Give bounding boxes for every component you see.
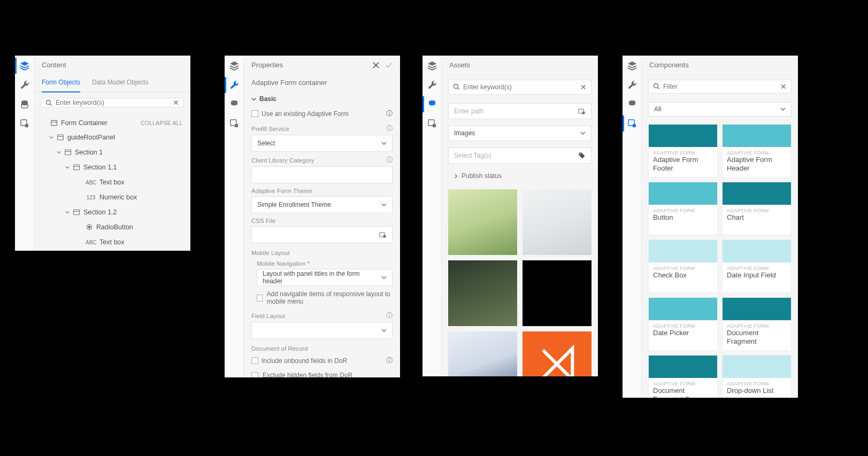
clientlib-input[interactable] — [251, 166, 393, 183]
collapse-all-button[interactable]: COLLAPSE ALL — [141, 120, 183, 126]
data-icon[interactable] — [427, 99, 437, 109]
component-group-select[interactable]: All — [648, 102, 792, 117]
search-input[interactable] — [56, 99, 170, 106]
tree-row[interactable]: ABC Text box — [34, 175, 190, 190]
layers-icon[interactable] — [427, 61, 437, 71]
mobile-nav-select[interactable]: Layout with panel titles in the form hea… — [257, 269, 393, 286]
fieldlayout-select[interactable] — [251, 322, 393, 339]
checkbox-add-nav[interactable]: Add navigable items of responsive layout… — [257, 287, 393, 308]
component-card[interactable]: ADAPTIVE FORMButton — [648, 182, 718, 235]
component-card[interactable]: ADAPTIVE FORMCheck Box — [648, 239, 718, 293]
svg-rect-2 — [25, 124, 28, 127]
asset-grid — [448, 185, 592, 376]
asset-thumb[interactable] — [448, 189, 517, 255]
publish-status[interactable]: Publish status — [448, 170, 592, 182]
info-icon[interactable]: ⓘ — [386, 312, 393, 320]
tab-data-model[interactable]: Data Model Objects — [92, 74, 148, 92]
info-icon[interactable]: ⓘ — [386, 356, 393, 365]
chevron-down-icon — [381, 328, 387, 333]
search-icon — [653, 83, 660, 90]
tree-row[interactable]: Section 1.1 — [34, 160, 190, 175]
component-card[interactable]: ADAPTIVE FORMAdaptive Form Header — [722, 124, 792, 177]
svg-rect-19 — [235, 124, 238, 127]
layers-icon[interactable] — [20, 61, 29, 71]
path-input[interactable]: Enter path — [448, 103, 592, 119]
cssfile-input[interactable] — [251, 226, 393, 243]
component-kicker: ADAPTIVE FORM — [653, 208, 713, 213]
browse-icon[interactable] — [578, 107, 586, 115]
asset-thumb[interactable] — [523, 260, 592, 326]
component-grid: ADAPTIVE FORMAdaptive Form FooterADAPTIV… — [648, 120, 792, 398]
component-card[interactable]: ADAPTIVE FORMDate Input Field — [722, 239, 792, 293]
rail — [423, 56, 442, 376]
data-icon[interactable] — [20, 99, 29, 109]
assets-search[interactable]: ✕ — [448, 80, 592, 95]
data-icon[interactable] — [229, 99, 239, 109]
panel-title: Properties — [251, 61, 283, 69]
tag-icon[interactable] — [578, 152, 586, 159]
tree-row[interactable]: ABC Text box — [34, 235, 190, 250]
confirm-icon[interactable] — [385, 61, 393, 69]
tree-row[interactable]: 123 Numeric box — [34, 190, 190, 205]
panel-icon — [73, 164, 80, 171]
add-panel-icon[interactable] — [20, 119, 29, 128]
tree-row[interactable]: guideRootPanel — [34, 130, 190, 145]
asset-thumb[interactable] — [523, 331, 592, 376]
content-search[interactable]: ✕ — [41, 98, 184, 107]
tree-row[interactable]: Section 1 — [34, 145, 190, 160]
checkbox-dor-unbound[interactable]: Include unbound fields in DoR ⓘ — [251, 353, 393, 368]
section-label: Mobile Layout — [251, 244, 393, 257]
checkbox-dor-hidden[interactable]: Exclude hidden fields from DoR — [251, 368, 393, 377]
add-panel-icon[interactable] — [627, 119, 637, 128]
add-panel-icon[interactable] — [229, 119, 239, 128]
chevron-down-icon — [381, 141, 387, 146]
tree-row[interactable]: Section 1.2 — [34, 205, 190, 220]
wrench-icon[interactable] — [427, 80, 437, 90]
properties-body[interactable]: Adaptive Form container Basic Use an exi… — [244, 74, 400, 377]
tree-root-label[interactable]: Form Container — [61, 119, 107, 127]
theme-select[interactable]: Simple Enrollment Theme — [251, 196, 393, 213]
layers-icon[interactable] — [229, 61, 239, 71]
wrench-icon[interactable] — [229, 80, 239, 90]
accordion-basic[interactable]: Basic — [251, 92, 393, 106]
field-label: Adaptive Form Theme — [251, 188, 312, 194]
clear-icon[interactable]: ✕ — [580, 83, 587, 91]
layers-icon[interactable] — [627, 61, 637, 71]
info-icon[interactable]: ⓘ — [386, 156, 393, 164]
close-icon[interactable] — [372, 61, 380, 69]
asset-thumb[interactable] — [448, 260, 517, 326]
chevron-down-icon — [49, 135, 53, 140]
browse-icon[interactable] — [379, 231, 387, 238]
chevron-down-icon — [57, 150, 61, 154]
radio-icon — [86, 223, 93, 231]
component-card[interactable]: ADAPTIVE FORMAdaptive Form Footer — [648, 124, 718, 177]
filter-input[interactable] — [663, 83, 777, 90]
asset-thumb[interactable] — [523, 189, 592, 255]
component-card[interactable]: ADAPTIVE FORMDrop-down List — [722, 355, 792, 398]
component-card[interactable]: ADAPTIVE FORMDocument Fragment — [722, 297, 792, 351]
field-label: Prefill Service — [251, 126, 289, 132]
component-card[interactable]: ADAPTIVE FORMChart — [722, 182, 792, 235]
info-icon[interactable]: ⓘ — [386, 109, 393, 118]
asset-thumb[interactable] — [448, 331, 517, 376]
svg-point-37 — [654, 84, 658, 88]
component-card[interactable]: ADAPTIVE FORMDocument Fragment Group — [648, 355, 718, 398]
tags-input[interactable]: Select Tag(s) — [448, 148, 592, 164]
component-card[interactable]: ADAPTIVE FORMDate Picker — [648, 297, 718, 351]
asset-type-select[interactable]: Images — [448, 126, 592, 142]
info-icon[interactable]: ⓘ — [386, 125, 393, 133]
wrench-icon[interactable] — [627, 80, 637, 90]
tab-form-objects[interactable]: Form Objects — [42, 74, 80, 92]
svg-line-38 — [658, 88, 659, 89]
add-panel-icon[interactable] — [427, 119, 437, 128]
prefill-select[interactable]: Select — [251, 135, 393, 152]
data-icon[interactable] — [627, 99, 637, 109]
properties-panel: Properties Adaptive Form container Basic… — [225, 56, 400, 377]
search-input[interactable] — [463, 83, 577, 91]
tree-row[interactable]: RadioButton — [34, 220, 190, 235]
clear-icon[interactable]: ✕ — [780, 82, 787, 91]
components-filter[interactable]: ✕ — [648, 80, 792, 94]
wrench-icon[interactable] — [20, 80, 29, 90]
clear-icon[interactable]: ✕ — [173, 98, 179, 107]
checkbox-use-existing[interactable]: Use an existing Adaptive Form ⓘ — [251, 106, 393, 121]
